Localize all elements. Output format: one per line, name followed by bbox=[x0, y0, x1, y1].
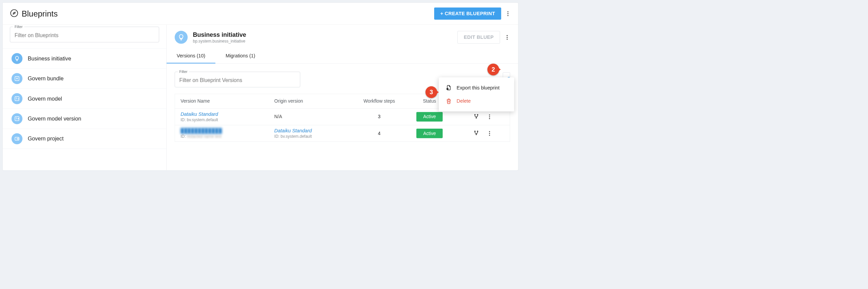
blueprints-filter-input[interactable] bbox=[10, 29, 159, 42]
blueprints-filter-legend: Filter bbox=[13, 25, 24, 29]
detail-title: Business initiative bbox=[193, 31, 246, 38]
tab-migrations[interactable]: Migrations (1) bbox=[216, 49, 265, 63]
origin-version-link[interactable]: Dataiku Standard bbox=[274, 128, 350, 134]
menu-item-delete[interactable]: Delete bbox=[439, 95, 514, 108]
version-id: ID: bv.system.default bbox=[180, 117, 263, 122]
create-blueprint-button[interactable]: + CREATE BLUEPRINT bbox=[434, 7, 501, 20]
blueprint-label: Govern model version bbox=[28, 115, 81, 122]
origin-id: ID: bv.system.default bbox=[274, 134, 350, 139]
checklist-check-icon bbox=[11, 93, 22, 104]
workflow-steps: 3 bbox=[356, 108, 403, 125]
version-name-link[interactable]: Dataiku Standard bbox=[180, 111, 263, 117]
menu-item-export-label: Export this blueprint bbox=[457, 85, 500, 90]
svg-point-11 bbox=[476, 134, 477, 135]
table-row[interactable]: ████████████ ID: redacted name text Data… bbox=[175, 125, 510, 142]
th-version-name: Version Name bbox=[175, 94, 269, 108]
versions-filter-legend: Filter bbox=[178, 70, 189, 74]
svg-point-10 bbox=[477, 131, 478, 132]
blueprint-kebab-menu-button[interactable] bbox=[504, 33, 510, 41]
svg-point-8 bbox=[476, 117, 477, 118]
edit-blueprint-button[interactable]: EDIT BLUEP bbox=[457, 31, 500, 44]
wallet-icon bbox=[11, 133, 22, 144]
menu-item-delete-label: Delete bbox=[457, 98, 471, 104]
origin-na: N/A bbox=[274, 114, 282, 120]
tab-versions[interactable]: Versions (10) bbox=[167, 49, 216, 63]
svg-point-6 bbox=[474, 114, 475, 115]
svg-point-9 bbox=[474, 131, 475, 132]
status-badge: Active bbox=[416, 129, 443, 138]
detail-id: bp.system.business_initiative bbox=[193, 39, 246, 44]
blueprint-kebab-menu: Export this blueprint Delete bbox=[439, 77, 514, 111]
status-badge: Active bbox=[416, 112, 443, 122]
page-kebab-menu-button[interactable] bbox=[505, 9, 511, 18]
annotation-callout-2: 2 bbox=[487, 63, 499, 75]
menu-item-export[interactable]: Export this blueprint bbox=[439, 81, 514, 95]
blueprint-label: Govern bundle bbox=[28, 76, 63, 82]
blueprint-item-business-initiative[interactable]: Business initiative bbox=[3, 48, 166, 68]
annotation-callout-3: 3 bbox=[425, 86, 437, 98]
compass-icon bbox=[10, 9, 18, 18]
th-origin: Origin version bbox=[269, 94, 356, 108]
th-steps: Workflow steps bbox=[356, 94, 403, 108]
blueprint-label: Govern model bbox=[28, 96, 62, 102]
bulb-icon bbox=[175, 31, 188, 44]
svg-rect-5 bbox=[17, 138, 19, 139]
blueprint-item-govern-project[interactable]: Govern project bbox=[3, 129, 166, 149]
blueprint-label: Business initiative bbox=[28, 55, 71, 62]
svg-point-7 bbox=[477, 114, 478, 115]
blueprints-filter-fieldset: Filter bbox=[10, 25, 159, 42]
checklist-x-icon bbox=[11, 113, 22, 124]
versions-filter-input[interactable] bbox=[175, 74, 300, 87]
row-kebab-menu-button[interactable] bbox=[486, 129, 493, 137]
blueprint-label: Govern project bbox=[28, 136, 63, 142]
workflow-steps: 4 bbox=[356, 125, 403, 142]
blueprint-item-govern-model[interactable]: Govern model bbox=[3, 88, 166, 108]
row-kebab-menu-button[interactable] bbox=[486, 113, 493, 121]
versions-filter-fieldset: Filter bbox=[175, 70, 300, 87]
version-name-link[interactable]: ████████████ bbox=[180, 128, 263, 134]
package-down-icon bbox=[11, 73, 22, 84]
blueprint-item-govern-bundle[interactable]: Govern bundle bbox=[3, 69, 166, 88]
branch-icon[interactable] bbox=[474, 113, 479, 120]
blueprint-item-govern-model-version[interactable]: Govern model version bbox=[3, 109, 166, 129]
page-title: Blueprints bbox=[22, 9, 58, 18]
branch-icon[interactable] bbox=[474, 130, 479, 137]
svg-point-0 bbox=[11, 10, 18, 17]
bulb-icon bbox=[11, 53, 22, 64]
